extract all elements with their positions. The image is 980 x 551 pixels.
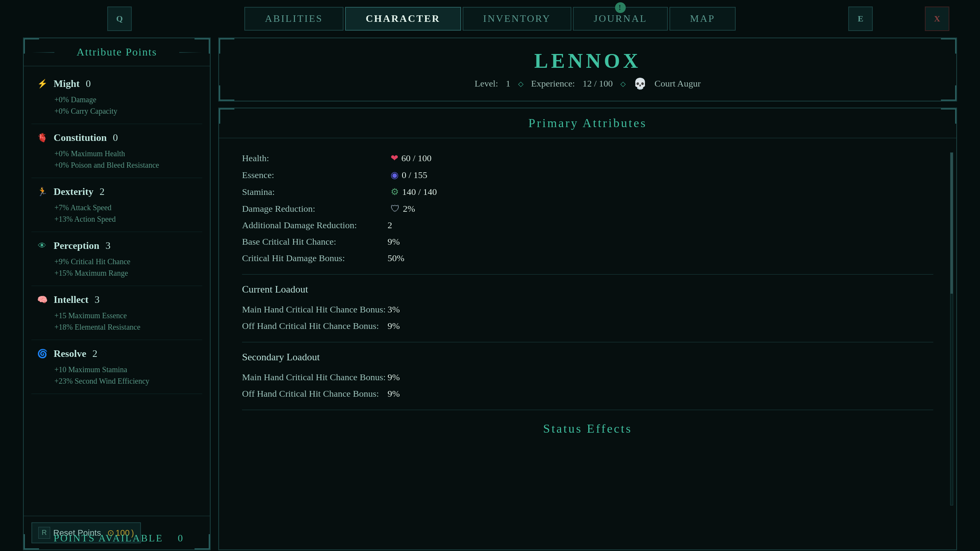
level-label: Level: <box>474 78 498 89</box>
attribute-points-header: Attribute Points <box>24 38 210 66</box>
tab-abilities[interactable]: ABILITIES <box>244 7 344 31</box>
dexterity-icon: 🏃 <box>35 185 49 199</box>
base-crit-value: 9% <box>388 237 400 247</box>
add-damage-reduction-value: 2 <box>388 220 392 231</box>
main-content: Attribute Points ⚡ Might 0 +0% Damage +0… <box>0 38 980 550</box>
add-damage-reduction-label: Additional Damage Reduction: <box>242 220 388 231</box>
character-info-row: Level: 1 ◇ Experience: 12 / 100 ◇ 💀 Cour… <box>234 77 941 90</box>
level-value: 1 <box>506 78 510 89</box>
crit-damage-label: Critical Hit Damage Bonus: <box>242 253 388 263</box>
stats-content: Health: ❤ 60 / 100 Essence: ◉ 0 / 155 St… <box>219 138 956 451</box>
character-name: LENNOX <box>234 49 941 73</box>
current-main-hand-value: 3% <box>388 304 400 315</box>
class-label: Court Augur <box>654 78 701 89</box>
stat-base-crit-chance: Base Critical Hit Chance: 9% <box>242 234 933 250</box>
resolve-name: Resolve <box>54 348 86 360</box>
might-bonus: +0% Damage +0% Carry Capacity <box>35 94 198 117</box>
attribute-dexterity: 🏃 Dexterity 2 +7% Attack Speed +13% Acti… <box>31 178 202 232</box>
secondary-off-hand-value: 9% <box>388 389 400 399</box>
dexterity-value: 2 <box>100 186 105 198</box>
current-off-hand-value: 9% <box>388 321 400 331</box>
points-available-label: POINTS AVAILABLE <box>54 533 163 544</box>
perception-bonus: +9% Critical Hit Chance +15% Maximum Ran… <box>35 256 198 279</box>
perception-name: Perception <box>54 240 99 252</box>
might-value: 0 <box>86 78 91 90</box>
current-loadout-title: Current Loadout <box>242 282 933 297</box>
divider-3 <box>242 410 933 410</box>
divider-1 <box>242 274 933 275</box>
stat-damage-reduction: Damage Reduction: 🛡 2% <box>242 200 933 217</box>
experience-label: Experience: <box>531 78 575 89</box>
secondary-main-hand-crit: Main Hand Critical Hit Chance Bonus: 9% <box>242 369 933 386</box>
diamond-icon-1: ◇ <box>518 80 524 88</box>
e-key-button[interactable]: E <box>848 7 873 31</box>
perception-icon: 👁 <box>35 239 49 253</box>
stats-panel: Primary Attributes Health: ❤ 60 / 100 Es… <box>218 108 957 550</box>
tab-inventory[interactable]: INVENTORY <box>463 7 572 31</box>
constitution-bonus: +0% Maximum Health +0% Poison and Bleed … <box>35 148 198 171</box>
character-name-panel: LENNOX Level: 1 ◇ Experience: 12 / 100 ◇… <box>218 38 957 101</box>
corner-tr <box>941 38 956 54</box>
scrollbar[interactable] <box>950 152 953 505</box>
close-button[interactable]: X <box>925 7 949 31</box>
experience-value: 12 / 100 <box>582 78 613 89</box>
resolve-header: 🌀 Resolve 2 <box>35 347 198 361</box>
nav-tabs: ABILITIES CHARACTER INVENTORY JOURNAL MA… <box>244 7 736 31</box>
damage-reduction-value: 2% <box>403 204 415 214</box>
essence-icon: ◉ <box>391 170 399 180</box>
secondary-off-hand-crit: Off Hand Critical Hit Chance Bonus: 9% <box>242 386 933 402</box>
constitution-value: 0 <box>113 132 118 144</box>
attribute-perception: 👁 Perception 3 +9% Critical Hit Chance +… <box>31 232 202 286</box>
health-value: 60 / 100 <box>401 153 432 164</box>
stat-additional-damage-reduction: Additional Damage Reduction: 2 <box>242 217 933 234</box>
secondary-loadout-title: Secondary Loadout <box>242 350 933 365</box>
stamina-icon: ⚙ <box>391 186 399 197</box>
tab-journal[interactable]: JOURNAL <box>573 7 668 31</box>
constitution-name: Constitution <box>54 132 107 144</box>
intellect-value: 3 <box>95 294 100 306</box>
attribute-resolve: 🌀 Resolve 2 +10 Maximum Stamina +23% Sec… <box>31 340 202 394</box>
might-icon: ⚡ <box>35 77 49 91</box>
corner-tl <box>219 38 234 54</box>
stat-essence: Essence: ◉ 0 / 155 <box>242 167 933 183</box>
secondary-off-hand-label: Off Hand Critical Hit Chance Bonus: <box>242 389 388 399</box>
base-crit-label: Base Critical Hit Chance: <box>242 237 388 247</box>
shield-icon: 🛡 <box>391 203 400 214</box>
perception-value: 3 <box>105 240 110 252</box>
intellect-name: Intellect <box>54 294 88 306</box>
attribute-constitution: 🫀 Constitution 0 +0% Maximum Health +0% … <box>31 124 202 178</box>
essence-label: Essence: <box>242 170 388 180</box>
attributes-list: ⚡ Might 0 +0% Damage +0% Carry Capacity … <box>24 66 210 516</box>
stamina-value: 140 / 140 <box>402 187 437 197</box>
corner-br <box>941 85 956 101</box>
dexterity-bonus: +7% Attack Speed +13% Action Speed <box>35 202 198 225</box>
q-key-button[interactable]: Q <box>107 7 132 31</box>
divider-2 <box>242 342 933 342</box>
dexterity-name: Dexterity <box>54 186 93 198</box>
attribute-points-panel: Attribute Points ⚡ Might 0 +0% Damage +0… <box>23 38 211 550</box>
intellect-icon: 🧠 <box>35 293 49 307</box>
might-header: ⚡ Might 0 <box>35 77 198 91</box>
scroll-thumb <box>951 153 953 294</box>
attribute-intellect: 🧠 Intellect 3 +15 Maximum Essence +18% E… <box>31 286 202 340</box>
tab-map[interactable]: MAP <box>669 7 736 31</box>
secondary-main-hand-value: 9% <box>388 372 400 383</box>
crit-damage-value: 50% <box>388 253 404 263</box>
constitution-header: 🫀 Constitution 0 <box>35 131 198 145</box>
heart-icon: ❤ <box>391 153 398 164</box>
points-available-value: 0 <box>178 533 184 544</box>
resolve-bonus: +10 Maximum Stamina +23% Second Wind Eff… <box>35 364 198 387</box>
health-label: Health: <box>242 153 388 164</box>
secondary-main-hand-label: Main Hand Critical Hit Chance Bonus: <box>242 372 388 383</box>
points-available-bar: POINTS AVAILABLE 0 <box>23 526 214 551</box>
tab-character[interactable]: CHARACTER <box>345 7 461 31</box>
current-main-hand-label: Main Hand Critical Hit Chance Bonus: <box>242 304 388 315</box>
top-navigation: Q ABILITIES CHARACTER INVENTORY JOURNAL … <box>0 0 980 38</box>
perception-header: 👁 Perception 3 <box>35 239 198 253</box>
skull-icon: 💀 <box>633 77 647 90</box>
corner-bl <box>219 85 234 101</box>
status-effects-header: Status Effects <box>242 418 933 440</box>
constitution-icon: 🫀 <box>35 131 49 145</box>
right-panel: LENNOX Level: 1 ◇ Experience: 12 / 100 ◇… <box>218 38 957 550</box>
current-off-hand-crit: Off Hand Critical Hit Chance Bonus: 9% <box>242 318 933 334</box>
